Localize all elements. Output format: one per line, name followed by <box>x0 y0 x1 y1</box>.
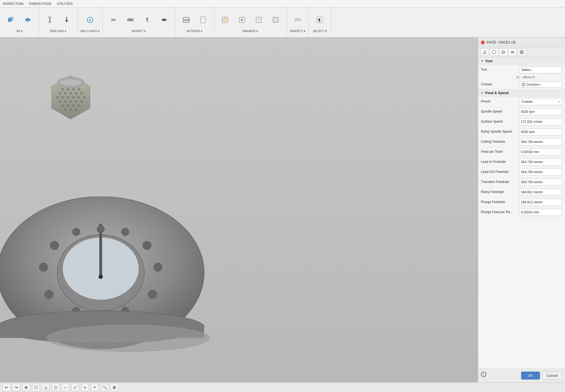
multi-axis-icon <box>86 16 94 24</box>
inspect-label[interactable]: INSPECT ▾ <box>290 29 306 33</box>
status-add-btn[interactable]: ⊕ <box>22 384 30 391</box>
cancel-button[interactable]: Cancel <box>542 372 562 379</box>
status-box-btn[interactable]: ☐ <box>32 384 40 391</box>
ramp-feedrate-value[interactable] <box>519 189 562 196</box>
modify-label[interactable]: MODIFY ▾ <box>132 29 146 33</box>
doc-btn[interactable] <box>195 12 211 28</box>
scissors-btn[interactable]: ✂ <box>105 12 122 28</box>
surface-speed-input[interactable] <box>519 118 562 125</box>
transition-feedrate-input[interactable] <box>519 179 562 186</box>
ruler-btn[interactable] <box>290 12 306 28</box>
cutting-feedrate-input[interactable] <box>519 138 562 145</box>
section-tool-header[interactable]: ▼ Tool <box>478 57 565 65</box>
plunge-feedrate-input[interactable] <box>519 199 562 206</box>
3d-label[interactable]: 3D ▾ <box>16 29 22 33</box>
select-cursor-btn[interactable] <box>312 12 328 28</box>
ruler-icon <box>294 16 302 24</box>
info-button[interactable]: i <box>481 372 486 377</box>
preset-select[interactable]: Custom ▾ <box>519 98 562 105</box>
drilling2-btn[interactable] <box>59 12 75 28</box>
ramp-feedrate-label: Ramp Feedrate <box>481 190 519 194</box>
actions-label[interactable]: ACTIONS ▾ <box>187 29 202 33</box>
multi-axis-label[interactable]: MULTI-AXIS ▾ <box>81 29 100 33</box>
main-content: FACE : FACE1 (3) ▼ Tool <box>0 38 565 382</box>
cutting-feedrate-value[interactable] <box>519 138 562 145</box>
tab-tool[interactable] <box>480 48 489 56</box>
manage2-btn[interactable]: G <box>234 12 250 28</box>
ramp-feedrate-input[interactable] <box>519 189 562 196</box>
status-search-btn[interactable]: 🔍 <box>101 384 108 391</box>
section-feed-header[interactable]: ▼ Feed & Speed <box>478 89 565 97</box>
drilling-btn[interactable] <box>42 12 58 28</box>
coolant-select[interactable]: Disabled ▾ <box>519 82 562 88</box>
coolant-badge[interactable]: Disabled ▾ <box>519 82 562 88</box>
lead-out-row: Lead-Out Feedrate <box>478 167 565 177</box>
status-wave-btn[interactable]: ∿ <box>81 384 89 391</box>
status-redo-btn[interactable]: ↪ <box>13 384 20 391</box>
status-grid-btn[interactable]: ⊞ <box>110 384 118 391</box>
lead-out-input[interactable] <box>519 169 562 176</box>
arrows-btn[interactable] <box>156 12 172 28</box>
select-label[interactable]: SELECT ▾ <box>313 29 327 33</box>
feed-per-tooth-input[interactable] <box>519 148 562 155</box>
chain-btn[interactable] <box>122 12 139 28</box>
svg-point-75 <box>97 225 105 233</box>
svg-point-79 <box>148 290 157 299</box>
surface-speed-row: Surface Speed <box>478 117 565 127</box>
plunge-per-rev-value[interactable] <box>519 209 562 216</box>
svg-rect-5 <box>48 17 51 18</box>
status-expand-btn[interactable]: ⤢ <box>71 384 79 391</box>
lead-in-value[interactable] <box>519 158 562 166</box>
manage-tool-btn[interactable] <box>217 12 233 28</box>
tab-geometry[interactable] <box>490 48 498 56</box>
panel-close-btn[interactable] <box>481 41 485 44</box>
preset-dropdown[interactable]: Custom ▾ <box>519 98 562 105</box>
tool-label: Tool <box>481 68 519 72</box>
tool-select-button[interactable]: Select... <box>519 66 562 73</box>
nav-fabrication[interactable]: FABRICATION <box>29 2 51 6</box>
tab-linking[interactable] <box>508 48 517 56</box>
manage-label[interactable]: MANAGE ▾ <box>243 29 258 33</box>
3d-adaptive-btn[interactable] <box>20 12 36 28</box>
multi-axis-btn[interactable] <box>82 12 98 28</box>
spindle-speed-value[interactable] <box>519 108 562 115</box>
status-hex-btn[interactable]: ⬡ <box>52 384 59 391</box>
g1g2-btn[interactable]: G1 G2 <box>178 12 194 28</box>
surface-speed-value[interactable] <box>519 118 562 125</box>
nav-inspection[interactable]: INSPECTION <box>3 2 23 6</box>
feed-per-tooth-value[interactable] <box>519 148 562 155</box>
ramp-spindle-value[interactable] <box>519 128 562 135</box>
manage2-icon: G <box>238 16 246 24</box>
lead-in-row: Lead-In Feedrate <box>478 157 565 167</box>
3d-tool-btn[interactable] <box>3 12 19 28</box>
status-crosshair-btn[interactable]: ⌖ <box>91 384 99 391</box>
tool-select-btn[interactable]: Select... <box>519 66 562 73</box>
tab-post[interactable] <box>517 48 526 56</box>
ramp-spindle-input[interactable] <box>519 128 562 135</box>
arrows-icon <box>160 16 168 24</box>
viewport[interactable] <box>0 38 478 382</box>
lead-in-input[interactable] <box>519 158 562 166</box>
pin-btn[interactable] <box>139 12 155 28</box>
svg-point-61 <box>72 104 75 107</box>
svg-point-63 <box>64 108 67 111</box>
ok-button[interactable]: OK <box>521 372 540 379</box>
plunge-feedrate-row: Plunge Feedrate <box>478 197 565 207</box>
tab-passes[interactable] <box>499 48 508 56</box>
manage3-btn[interactable] <box>251 12 267 28</box>
svg-rect-95 <box>520 52 521 54</box>
status-undo-btn[interactable]: ↩ <box>3 384 10 391</box>
plunge-per-rev-input[interactable] <box>519 209 562 216</box>
svg-point-88 <box>502 51 505 54</box>
status-arrows-btn[interactable]: ↔ <box>62 384 69 391</box>
status-triangle-btn[interactable]: △ <box>42 384 50 391</box>
feed-section-title: Feed & Speed <box>485 91 509 95</box>
manage4-btn[interactable] <box>268 12 284 28</box>
spindle-speed-input[interactable] <box>519 108 562 115</box>
nav-utilities[interactable]: UTILITIES <box>57 2 73 6</box>
plunge-feedrate-value[interactable] <box>519 199 562 206</box>
tool-sub-info: #1 – Ø6mm fl... <box>478 75 565 80</box>
transition-feedrate-value[interactable] <box>519 179 562 186</box>
lead-out-value[interactable] <box>519 169 562 176</box>
drilling-label[interactable]: DRILLING ▾ <box>50 29 66 33</box>
